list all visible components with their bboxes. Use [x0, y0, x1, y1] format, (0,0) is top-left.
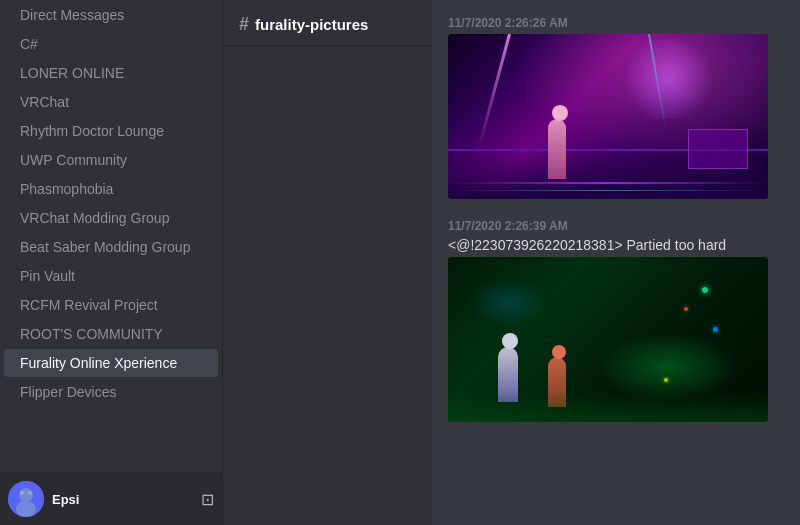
svg-point-1: [19, 488, 33, 502]
username-label: Epsi: [52, 492, 193, 507]
sidebar-item-10[interactable]: RCFM Revival Project: [4, 291, 218, 319]
sidebar-item-2[interactable]: LONER ONLINE: [4, 59, 218, 87]
sidebar-item-8[interactable]: Beat Saber Modding Group: [4, 233, 218, 261]
message-text-1: <@!223073926220218381> Partied too hard: [448, 237, 784, 253]
svg-point-2: [16, 501, 36, 517]
sidebar-item-5[interactable]: UWP Community: [4, 146, 218, 174]
sidebar-item-6[interactable]: Phasmophobia: [4, 175, 218, 203]
sidebar-item-11[interactable]: ROOT'S COMMUNITY: [4, 320, 218, 348]
message-block-0: 11/7/2020 2:26:26 AM: [448, 16, 784, 199]
sidebar: Direct MessagesC#LONER ONLINEVRChatRhyth…: [0, 0, 222, 525]
hash-icon: #: [239, 14, 249, 35]
sidebar-item-3[interactable]: VRChat: [4, 88, 218, 116]
message-timestamp-0: 11/7/2020 2:26:26 AM: [448, 16, 784, 30]
user-panel: Epsi ⊡: [0, 472, 222, 525]
channel-name: furality-pictures: [255, 16, 368, 33]
sidebar-item-7[interactable]: VRChat Modding Group: [4, 204, 218, 232]
messages-area: 11/7/2020 2:26:26 AM: [432, 0, 800, 422]
sidebar-item-1[interactable]: C#: [4, 30, 218, 58]
channel-header: # furality-pictures: [223, 0, 432, 46]
svg-point-4: [28, 491, 32, 495]
sidebar-item-12[interactable]: Furality Online Xperience: [4, 349, 218, 377]
message-image-0: [448, 34, 768, 199]
svg-point-3: [20, 491, 24, 495]
message-timestamp-1: 11/7/2020 2:26:39 AM: [448, 219, 784, 233]
sidebar-item-9[interactable]: Pin Vault: [4, 262, 218, 290]
monitor-icon[interactable]: ⊡: [201, 490, 214, 509]
sidebar-item-4[interactable]: Rhythm Doctor Lounge: [4, 117, 218, 145]
message-image-1: [448, 257, 768, 422]
avatar: [8, 481, 44, 517]
sidebar-item-0[interactable]: Direct Messages: [4, 1, 218, 29]
channel-panel: # furality-pictures: [222, 0, 432, 525]
messages-panel: 11/7/2020 2:26:26 AM: [432, 0, 800, 525]
message-block-1: 11/7/2020 2:26:39 AM<@!22307392622021838…: [448, 219, 784, 422]
sidebar-item-13[interactable]: Flipper Devices: [4, 378, 218, 406]
